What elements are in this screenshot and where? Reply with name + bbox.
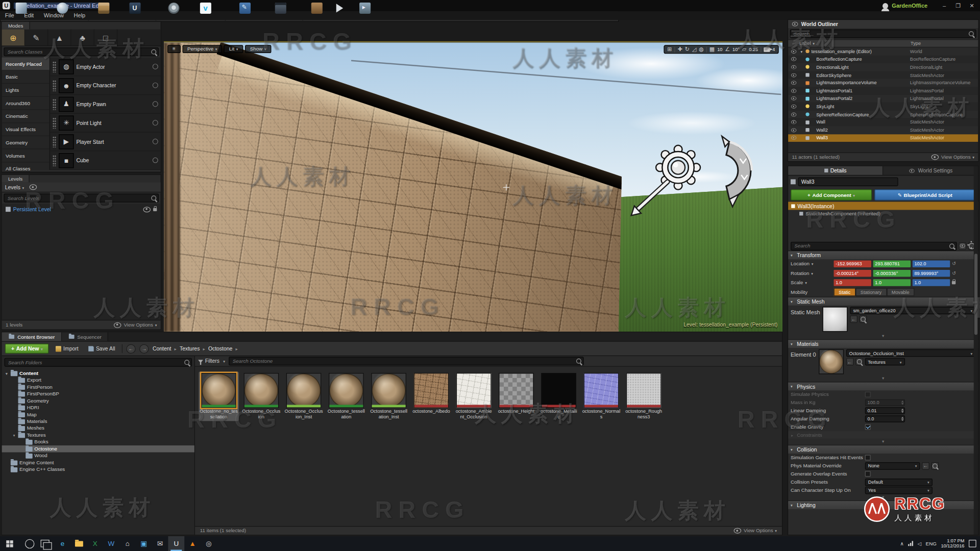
levels-dropdown[interactable]: Levels <box>5 184 24 190</box>
folders-search-input[interactable] <box>7 359 182 365</box>
forward-button[interactable]: → <box>139 344 149 353</box>
outliner-row[interactable]: BoxReflectionCapture BoxReflectionCaptur… <box>788 55 978 63</box>
folder-row[interactable]: Books <box>2 439 194 445</box>
notification-center-icon[interactable] <box>969 540 976 547</box>
grid-snap-icon[interactable]: ▦ <box>709 46 715 53</box>
clock[interactable]: 1:07 PM 10/12/2016 <box>941 538 964 549</box>
outliner-search[interactable] <box>790 30 976 38</box>
asset-tile[interactable]: Octostone_Occlusion <box>241 372 281 421</box>
folder-row[interactable]: ▾ Textures <box>2 432 194 438</box>
browse-to-asset-button[interactable] <box>931 462 939 470</box>
outliner-view-options[interactable]: View Options <box>941 154 974 160</box>
folders-search[interactable] <box>5 358 192 367</box>
tray-expand-icon[interactable]: ∧ <box>900 541 903 546</box>
actor-visibility-icon[interactable] <box>791 65 796 69</box>
taskbar-file-explorer-icon[interactable] <box>70 536 87 551</box>
camera-speed-icon[interactable] <box>764 47 770 52</box>
modes-category[interactable]: Lights <box>2 84 50 97</box>
taskbar-word-icon[interactable]: W <box>103 536 119 551</box>
outliner-row[interactable]: Wall2 StaticMeshActor <box>788 126 978 134</box>
asset-tile[interactable]: octostone_Ambient_Occlusion <box>454 372 494 421</box>
drag-handle-icon[interactable] <box>53 98 56 110</box>
modes-category[interactable]: Recently Placed <box>2 58 50 71</box>
back-button[interactable]: ← <box>127 344 136 353</box>
levels-visibility-icon[interactable] <box>29 184 37 190</box>
phys-material-combo[interactable]: None <box>865 462 920 470</box>
modes-category[interactable]: Volumes <box>2 149 50 163</box>
advanced-expander-icon[interactable]: ▾ <box>788 333 978 339</box>
world-local-toggle-icon[interactable]: ◍ <box>699 46 704 53</box>
level-lock-icon[interactable] <box>153 208 157 211</box>
outliner-row[interactable]: Wall StaticMeshActor <box>788 118 978 126</box>
material-thumbnail[interactable] <box>819 349 844 374</box>
outliner-row[interactable]: ▾ tessellation_example (Editor) World <box>788 47 978 55</box>
viewport-show-button[interactable]: Show <box>245 45 271 53</box>
scale-snap-value[interactable]: 0.25 <box>749 46 758 52</box>
folder-row[interactable]: FirstPersonBP <box>2 390 194 397</box>
class-info-icon[interactable] <box>153 101 158 107</box>
folder-row[interactable]: Engine C++ Classes <box>2 466 194 472</box>
transform-section-header[interactable]: Transform <box>788 251 978 259</box>
paint-mode-tab[interactable]: ✎ <box>25 30 48 46</box>
step-up-combo[interactable]: Yes <box>865 486 933 494</box>
scale-tool-icon[interactable]: ◿ <box>692 46 696 53</box>
taskbar-photos-icon[interactable]: ▣ <box>136 536 152 551</box>
filters-button[interactable]: Filters <box>198 358 225 364</box>
levels-view-options[interactable]: View Options <box>124 322 157 328</box>
language-indicator[interactable]: ENG <box>926 541 937 546</box>
details-scrollbar[interactable] <box>974 166 978 535</box>
network-icon[interactable] <box>908 541 913 546</box>
class-info-icon[interactable] <box>153 120 158 126</box>
scale-snap-icon[interactable]: ▱ <box>742 46 746 53</box>
folder-row[interactable]: Octostone <box>2 445 194 452</box>
rotate-tool-icon[interactable]: ↻ <box>685 46 690 53</box>
translate-tool-icon[interactable]: ✚ <box>678 46 682 53</box>
actor-visibility-icon[interactable] <box>791 120 796 124</box>
modes-category[interactable]: Basic <box>2 70 50 84</box>
modes-category[interactable]: Visual Effects <box>2 123 50 136</box>
actor-visibility-icon[interactable] <box>791 49 796 54</box>
drag-handle-icon[interactable] <box>53 61 56 72</box>
breadcrumb-item[interactable]: Octostone <box>208 345 241 352</box>
cb-view-options[interactable]: View Options <box>744 528 777 534</box>
taskbar-excel-icon[interactable]: X <box>87 536 103 551</box>
modes-category[interactable]: Cinematic <box>2 110 50 123</box>
taskbar-mail-icon[interactable]: ✉ <box>152 536 168 551</box>
outliner-row[interactable]: LightmassPortal1 LightmassPortal <box>788 87 978 94</box>
mobility-stationary-option[interactable]: Stationary <box>855 288 887 296</box>
import-button[interactable]: Import <box>53 344 81 353</box>
place-mode-tab[interactable]: ⊕ <box>2 30 25 46</box>
assets-search-input[interactable] <box>231 358 574 364</box>
assets-search[interactable] <box>229 357 584 365</box>
location-y-field[interactable]: 293.880781 <box>873 261 911 267</box>
collision-presets-combo[interactable]: Default <box>865 478 933 486</box>
angular-damping-field[interactable]: 0.0 <box>865 415 905 422</box>
class-info-icon[interactable] <box>153 139 158 144</box>
actor-visibility-icon[interactable] <box>791 112 796 116</box>
viewport-perspective-button[interactable]: Perspective <box>182 45 222 53</box>
static-mesh-thumbnail[interactable] <box>822 307 847 332</box>
minimize-button[interactable] <box>941 3 947 9</box>
actor-visibility-icon[interactable] <box>791 57 796 61</box>
actor-visibility-icon[interactable] <box>791 81 796 85</box>
breadcrumb-item[interactable]: Content <box>153 345 180 352</box>
materials-section-header[interactable]: Materials <box>788 339 978 348</box>
collision-section-header[interactable]: Collision <box>788 445 978 454</box>
asset-tile[interactable]: octostone_Height <box>496 372 536 416</box>
asset-tile[interactable]: Octostone_no_tessellation <box>199 372 238 421</box>
actor-visibility-icon[interactable] <box>791 136 796 140</box>
mobility-movable-option[interactable]: Movable <box>887 288 914 296</box>
levels-search-input[interactable] <box>6 194 149 201</box>
class-info-icon[interactable] <box>153 64 158 69</box>
scrollbar-thumb[interactable] <box>974 254 977 335</box>
outliner-row[interactable]: DirectionalLight DirectionalLight <box>788 63 978 71</box>
asset-tile[interactable]: Octostone_tessellation <box>326 372 366 421</box>
linear-damping-field[interactable]: 0.01 <box>865 407 905 414</box>
advanced-expander-icon[interactable]: ▾ <box>788 375 978 382</box>
mass-field[interactable]: 100.0 <box>865 399 905 406</box>
landscape-mode-tab[interactable]: ▲ <box>48 30 71 46</box>
taskbar-settings-icon[interactable]: ◎ <box>201 536 217 551</box>
use-selected-asset-button[interactable] <box>846 358 853 366</box>
taskbar-store-icon[interactable]: ⌂ <box>119 536 136 551</box>
physics-section-header[interactable]: Physics <box>788 382 978 390</box>
